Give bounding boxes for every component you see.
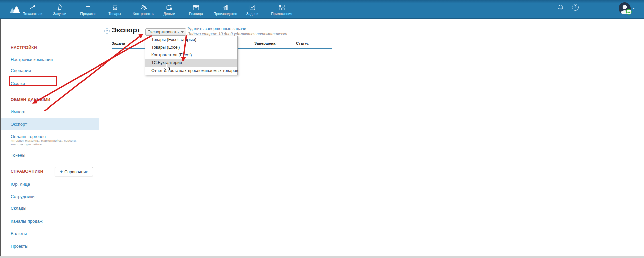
hand-cursor-icon <box>162 62 172 72</box>
add-directory-label: Справочник <box>64 170 88 174</box>
menu-item-tovary-excel-old[interactable]: Товары (Excel, старый) <box>145 36 237 44</box>
settings-sidebar: НАСТРОЙКИ Настройки компании Сценарии Ск… <box>0 19 99 258</box>
window-bottom-edge <box>0 256 644 258</box>
export-dropdown-menu: Товары (Excel, старый) Товары (Excel) Ко… <box>145 36 238 75</box>
nav-label: Приложения <box>271 12 292 16</box>
nav-label: Розница <box>189 12 203 16</box>
nav-item-prilozheniya[interactable]: Приложения <box>262 4 301 16</box>
export-button-label: Экспортировать <box>148 30 179 34</box>
sidebar-header-nastroyki: НАСТРОЙКИ <box>11 45 37 50</box>
export-dropdown-button[interactable]: Экспортировать <box>145 28 186 36</box>
checkbox-check-icon <box>249 4 256 11</box>
nav-label: Задачи <box>246 12 258 16</box>
gift-badge-icon <box>626 9 632 15</box>
sidebar-item-company-settings[interactable]: Настройки компании <box>11 57 53 62</box>
sidebar-item-legal-entities[interactable]: Юр. лица <box>11 182 30 187</box>
caret-down-icon <box>181 31 184 33</box>
delete-finished-tasks-link[interactable]: Удалить завершенные задачи <box>187 26 246 31</box>
sidebar-item-scenarios[interactable]: Сценарии <box>11 68 31 73</box>
bell-icon[interactable] <box>557 4 565 12</box>
sidebar-item-export[interactable]: Экспорт <box>11 122 27 127</box>
column-header-status: Статус <box>296 41 309 45</box>
nav-label: Продажи <box>80 12 95 16</box>
app-window: Показатели Закупки Продажи Товары Контра… <box>0 0 644 258</box>
sidebar-item-discounts[interactable]: Скидки <box>11 81 25 86</box>
apps-grid-icon <box>278 4 285 11</box>
storefront-icon <box>192 4 200 11</box>
sidebar-item-tokens[interactable]: Токены <box>11 153 25 158</box>
sidebar-header-obmen-dannymi: ОБМЕН ДАННЫМИ <box>11 97 50 102</box>
plus-icon: + <box>60 169 63 174</box>
production-bars-icon <box>222 4 229 11</box>
column-header-task: Задача <box>112 41 125 45</box>
nav-label: Товары <box>108 12 121 16</box>
page-help-icon[interactable]: ? <box>104 28 110 34</box>
menu-item-otchet-ostatki[interactable]: Отчет об остатках прослеживаемых товаров <box>145 67 237 75</box>
sidebar-item-projects[interactable]: Проекты <box>11 244 28 249</box>
sidebar-item-employees[interactable]: Сотрудники <box>11 194 34 199</box>
window-left-edge <box>0 19 1 258</box>
sidebar-item-import[interactable]: Импорт <box>11 109 26 115</box>
sidebar-header-spravochniki: СПРАВОЧНИКИ <box>11 169 43 174</box>
page-title: Экспорт <box>112 26 140 34</box>
chart-line-icon <box>29 4 36 11</box>
menu-item-kontragenty-excel[interactable]: Контрагентов (Excel) <box>145 51 237 59</box>
nav-label: Деньги <box>163 12 175 16</box>
online-trade-subtitle: интернет-магазины, маркетплейсы, соцсети… <box>11 139 90 146</box>
cart-icon <box>111 4 118 11</box>
people-icon <box>140 4 147 11</box>
chevron-down-icon[interactable] <box>632 8 635 9</box>
purchases-bag-icon <box>56 4 63 11</box>
top-navigation-bar: Показатели Закупки Продажи Товары Контра… <box>0 0 644 19</box>
sales-bag-icon <box>84 4 92 11</box>
wallet-icon <box>166 4 173 11</box>
help-icon[interactable]: ? <box>572 4 579 11</box>
column-header-finished: Завершена <box>254 41 275 45</box>
export-page: ? Экспорт Экспортировать Удалить заверше… <box>99 19 644 258</box>
nav-label: Закупки <box>53 12 66 16</box>
nav-label: Показатели <box>23 12 43 16</box>
menu-item-1c-buhgalteriya[interactable]: 1С:Бухгалтерия <box>145 59 237 67</box>
sidebar-item-sales-channels[interactable]: Каналы продаж <box>11 219 42 224</box>
sidebar-item-currencies[interactable]: Валюты <box>11 231 27 236</box>
sidebar-item-warehouses[interactable]: Склады <box>11 206 26 211</box>
add-directory-button[interactable]: +Справочник <box>55 167 93 176</box>
menu-item-tovary-excel[interactable]: Товары (Excel) <box>145 44 237 51</box>
